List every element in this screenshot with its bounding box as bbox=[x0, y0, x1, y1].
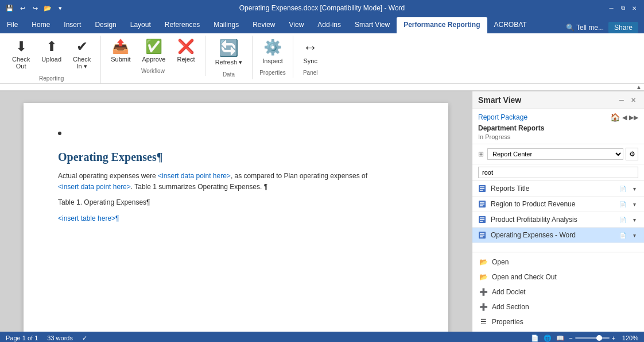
sync-button[interactable]: ↔ Sync bbox=[298, 36, 323, 67]
tab-review[interactable]: Review bbox=[246, 17, 282, 33]
zoom-in-button[interactable]: + bbox=[612, 335, 615, 341]
save-icon[interactable]: 💾 bbox=[5, 3, 15, 13]
sv-nav-more[interactable]: ▶▶ bbox=[629, 114, 638, 121]
tree-action-more-reports-title[interactable]: ▾ bbox=[629, 183, 639, 194]
tab-view[interactable]: View bbox=[282, 17, 311, 33]
sv-search-input[interactable] bbox=[478, 167, 638, 178]
tree-action-more-product-profitability[interactable]: ▾ bbox=[629, 214, 639, 225]
tab-home[interactable]: Home bbox=[25, 17, 57, 33]
report-center-dropdown[interactable]: Report Center bbox=[487, 148, 623, 160]
tree-item-product-profitability[interactable]: Product Profitability Analysis 📄 ▾ bbox=[472, 212, 644, 228]
inspect-icon: ⚙️ bbox=[263, 39, 282, 56]
menu-add-doclet-label: Add Doclet bbox=[492, 288, 526, 296]
report-package-link[interactable]: Report Package bbox=[478, 113, 527, 121]
document-check-icon[interactable]: ✓ bbox=[82, 335, 87, 342]
ribbon-group-properties: ⚙️ Inspect Properties bbox=[253, 36, 293, 78]
ribbon-group-reporting: ⬇ CheckOut ⬆ Upload ✔ CheckIn ▾ Reportin… bbox=[2, 36, 101, 83]
submit-icon: 📤 bbox=[112, 39, 129, 55]
sv-status-label: In Progress bbox=[478, 133, 638, 140]
smart-view-header: Smart View ─ ✕ bbox=[472, 91, 644, 109]
refresh-icon: 🔄 bbox=[219, 39, 239, 57]
tree-action-more-operating-expenses[interactable]: ▾ bbox=[629, 230, 639, 240]
restore-button[interactable]: ⧉ bbox=[618, 3, 628, 13]
upload-button[interactable]: ⬆ Upload bbox=[36, 36, 67, 66]
refresh-button[interactable]: 🔄 Refresh ▾ bbox=[210, 36, 248, 69]
tree-actions-operating-expenses: 📄 ▾ bbox=[618, 230, 639, 240]
tab-performance-reporting[interactable]: Performance Reporting bbox=[397, 17, 487, 33]
doc-insert-link-1[interactable]: <insert data point here> bbox=[158, 172, 231, 180]
tree-item-operating-expenses[interactable]: Operating Expenses - Word 📄 ▾ bbox=[472, 228, 644, 243]
ribbon-collapse: ▲ bbox=[0, 84, 644, 91]
smart-view-close-button[interactable]: ✕ bbox=[628, 95, 638, 105]
zoom-slider[interactable] bbox=[575, 337, 610, 339]
menu-item-properties[interactable]: ☰ Properties bbox=[472, 314, 644, 329]
doc-text-1c: . Table 1 summarizes Operating Expenses.… bbox=[131, 183, 267, 191]
tab-addins[interactable]: Add-ins bbox=[311, 17, 348, 33]
redo-icon[interactable]: ↪ bbox=[30, 3, 40, 13]
view-read-icon[interactable]: 📖 bbox=[556, 335, 564, 342]
approve-button[interactable]: ✅ Approve bbox=[137, 36, 170, 66]
tree-item-icon-reports-title bbox=[477, 183, 487, 194]
tab-acrobat[interactable]: ACROBAT bbox=[487, 17, 534, 33]
more-icon[interactable]: ▾ bbox=[55, 3, 65, 13]
reject-icon: ❌ bbox=[177, 39, 195, 55]
approve-icon: ✅ bbox=[145, 39, 162, 55]
sv-nav-back[interactable]: ◀ bbox=[622, 114, 627, 121]
tab-insert[interactable]: Insert bbox=[57, 17, 88, 33]
properties-buttons: ⚙️ Inspect bbox=[257, 36, 288, 67]
menu-add-section-label: Add Section bbox=[492, 303, 529, 311]
minimize-button[interactable]: ─ bbox=[606, 3, 616, 13]
tree-action-doc-product-profitability[interactable]: 📄 bbox=[618, 214, 628, 225]
checkin-icon: ✔ bbox=[76, 39, 88, 55]
doc-paragraph-1: Actual operating expenses were <insert d… bbox=[58, 171, 414, 193]
checkin-button[interactable]: ✔ CheckIn ▾ bbox=[68, 36, 96, 73]
tab-layout[interactable]: Layout bbox=[123, 17, 158, 33]
tab-mailings[interactable]: Mailings bbox=[207, 17, 246, 33]
tab-smartview[interactable]: Smart View bbox=[348, 17, 397, 33]
view-normal-icon[interactable]: 📄 bbox=[531, 335, 539, 342]
menu-item-add-doclet[interactable]: ➕ Add Doclet bbox=[472, 285, 644, 299]
zoom-out-button[interactable]: − bbox=[569, 335, 572, 341]
open-checkout-icon: 📂 bbox=[478, 272, 488, 282]
sv-report-package-section: Report Package 🏠 ◀ ▶▶ Department Reports… bbox=[472, 109, 644, 144]
tree-item-reports-title[interactable]: Reports Title 📄 ▾ bbox=[472, 181, 644, 197]
tree-action-more-region-product[interactable]: ▾ bbox=[629, 199, 639, 209]
tree-item-icon-region-product bbox=[477, 199, 487, 209]
tree-item-icon-product-profitability bbox=[477, 214, 487, 225]
doc-insert-table-link[interactable]: <insert table here>¶ bbox=[58, 214, 119, 222]
tab-references[interactable]: References bbox=[158, 17, 207, 33]
checkout-button[interactable]: ⬇ CheckOut bbox=[7, 36, 35, 72]
tree-action-doc-reports-title[interactable]: 📄 bbox=[618, 183, 628, 194]
home-icon[interactable]: 🏠 bbox=[610, 113, 620, 122]
menu-item-open[interactable]: 📂 Open bbox=[472, 255, 644, 270]
menu-open-checkout-label: Open and Check Out bbox=[492, 273, 557, 281]
close-button[interactable]: ✕ bbox=[629, 3, 639, 13]
share-button[interactable]: Share bbox=[608, 22, 638, 33]
undo-icon[interactable]: ↩ bbox=[17, 3, 28, 13]
menu-properties-label: Properties bbox=[492, 318, 523, 326]
tree-actions-region-product: 📄 ▾ bbox=[618, 199, 639, 209]
window-controls: ─ ⧉ ✕ bbox=[606, 3, 639, 13]
document-body: Actual operating expenses were <insert d… bbox=[58, 171, 414, 224]
status-right: 📄 🌐 📖 − + 120% bbox=[531, 335, 638, 342]
open-icon: 📂 bbox=[478, 257, 488, 267]
collapse-ribbon-button[interactable]: ▲ bbox=[636, 84, 642, 90]
tab-design[interactable]: Design bbox=[88, 17, 123, 33]
tab-file[interactable]: File bbox=[0, 17, 25, 33]
submit-button[interactable]: 📤 Submit bbox=[106, 36, 135, 66]
tree-action-doc-operating-expenses[interactable]: 📄 bbox=[618, 230, 628, 240]
open-icon[interactable]: 📂 bbox=[42, 3, 53, 13]
smart-view-minimize-button[interactable]: ─ bbox=[616, 95, 627, 105]
ribbon-group-workflow: 📤 Submit ✅ Approve ❌ Reject Workflow bbox=[101, 36, 205, 76]
title-bar: 💾 ↩ ↪ 📂 ▾ Operating Expenses.docx [Compa… bbox=[0, 0, 644, 16]
menu-item-open-checkout[interactable]: 📂 Open and Check Out bbox=[472, 270, 644, 285]
reject-button[interactable]: ❌ Reject bbox=[172, 36, 200, 66]
sv-refresh-icon[interactable]: ⚙ bbox=[626, 148, 638, 160]
menu-item-add-section[interactable]: ➕ Add Section bbox=[472, 299, 644, 314]
tree-action-doc-region-product[interactable]: 📄 bbox=[618, 199, 628, 209]
doc-insert-link-2[interactable]: <insert data point here> bbox=[58, 183, 131, 191]
tree-item-region-product[interactable]: Region to Product Revenue 📄 ▾ bbox=[472, 197, 644, 212]
inspect-button[interactable]: ⚙️ Inspect bbox=[257, 36, 288, 67]
tell-me-input[interactable]: 🔍 Tell me... bbox=[566, 24, 604, 32]
view-web-icon[interactable]: 🌐 bbox=[544, 335, 552, 342]
